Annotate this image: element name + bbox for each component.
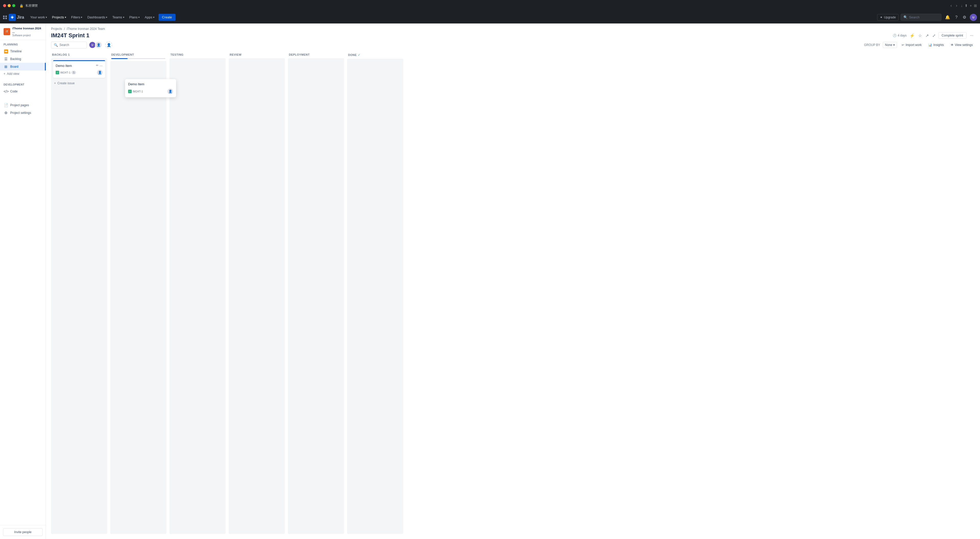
- page-title: IM24T Sprint 1: [51, 32, 89, 39]
- column-header-deployment: DEPLOYMENT: [288, 51, 344, 58]
- add-tab-button[interactable]: +: [970, 3, 972, 8]
- chevron-down-icon: ▾: [46, 16, 47, 19]
- settings-button[interactable]: ⚙: [961, 14, 968, 21]
- board-container: BACKLOG 1 Demo Item ✏ ···: [46, 51, 980, 539]
- nav-apps[interactable]: Apps ▾: [143, 14, 156, 21]
- search-icon: 🔍: [54, 43, 58, 47]
- sidebar-item-backlog[interactable]: ☰ Backlog: [0, 55, 46, 63]
- card-more-button[interactable]: ···: [100, 64, 103, 68]
- other-section: 📄 Project pages ⚙ Project settings: [0, 98, 46, 120]
- card-avatar: 👤: [97, 70, 103, 75]
- breadcrumb-project-link[interactable]: iThome Ironman 2024 Team: [67, 27, 105, 30]
- sidebar-add-view[interactable]: + Add view: [0, 70, 46, 77]
- nav-plans[interactable]: Plans ▾: [127, 14, 142, 21]
- board-search-input[interactable]: [59, 43, 84, 47]
- maximize-window-button[interactable]: [12, 4, 15, 7]
- clock-icon: 🕐: [893, 34, 897, 37]
- sidebar-item-code[interactable]: </> Code: [0, 88, 46, 95]
- minimize-window-button[interactable]: [8, 4, 11, 7]
- expand-button[interactable]: ⤢: [932, 32, 936, 39]
- chevron-down-icon: ▾: [106, 16, 107, 19]
- search-input[interactable]: [909, 15, 939, 19]
- development-section: DEVELOPMENT </> Code: [0, 80, 46, 98]
- plus-icon: +: [54, 81, 56, 85]
- column-header-done: DONE ✓: [347, 51, 403, 59]
- download-button[interactable]: ↓: [961, 3, 963, 8]
- app-logo: Jira: [3, 14, 24, 21]
- timeline-icon: ⏩: [3, 49, 8, 53]
- back-button[interactable]: ‹: [949, 3, 953, 8]
- sidebar-item-board[interactable]: ⊞ Board: [0, 63, 46, 70]
- backlog-card[interactable]: Demo Item ✏ ··· ✓ IM24T-1 5: [53, 60, 105, 78]
- sidebar-item-timeline[interactable]: ⏩ Timeline: [0, 48, 46, 55]
- help-button[interactable]: ?: [954, 14, 959, 21]
- card-footer: ✓ IM24T-1 5 👤: [56, 70, 103, 75]
- fullscreen-button[interactable]: ⊞: [974, 3, 977, 8]
- column-title-backlog: BACKLOG 1: [52, 53, 70, 56]
- floating-card[interactable]: Demo Item ✓ IM24T-1 👤: [125, 79, 176, 97]
- breadcrumb-projects-link[interactable]: Projects: [51, 27, 62, 30]
- sidebar-item-project-pages[interactable]: 📄 Project pages: [0, 101, 46, 109]
- column-body-development: [110, 61, 166, 534]
- backlog-icon: ☰: [3, 57, 8, 61]
- edit-icon: ✏: [96, 64, 99, 68]
- user-avatar-2[interactable]: 👤: [95, 41, 102, 48]
- column-title-testing: TESTING: [170, 53, 183, 56]
- add-person-button[interactable]: 👤: [105, 41, 112, 48]
- planning-label: PLANNING: [0, 43, 46, 48]
- close-window-button[interactable]: [3, 4, 6, 7]
- app-layout: iT iThome Ironman 2024 ... Software proj…: [0, 24, 980, 539]
- group-by-label: GROUP BY: [864, 43, 880, 47]
- nav-right-actions: ✦ Upgrade 🔍 🔔 ? ⚙ U: [877, 14, 977, 21]
- plus-icon: +: [3, 72, 5, 76]
- user-avatar[interactable]: U: [970, 14, 977, 21]
- search-box[interactable]: 🔍: [900, 14, 942, 21]
- star-button[interactable]: ☆: [918, 32, 923, 39]
- card-issue: ✓ IM24T-1 5: [56, 71, 76, 74]
- code-icon: </>: [3, 89, 8, 94]
- column-body-backlog: Demo Item ✏ ··· ✓ IM24T-1 5: [51, 58, 107, 534]
- done-check-icon: ✓: [358, 53, 360, 57]
- eye-icon: 👁: [951, 43, 954, 47]
- issue-icon: ✓: [56, 71, 59, 74]
- floating-card-issue: ✓ IM24T-1: [128, 89, 143, 93]
- column-header-backlog: BACKLOG 1: [51, 51, 107, 58]
- chevron-down-icon: ▾: [123, 16, 124, 19]
- complete-sprint-button[interactable]: Complete sprint: [939, 32, 966, 39]
- view-settings-button[interactable]: 👁 View settings: [948, 42, 975, 48]
- insights-button[interactable]: 📊 Insights: [926, 42, 946, 48]
- nav-teams[interactable]: Teams ▾: [110, 14, 126, 21]
- jira-name-label: Jira: [17, 15, 24, 20]
- create-issue-button[interactable]: + Create issue: [53, 80, 105, 86]
- chevron-down-icon: ▾: [81, 16, 82, 19]
- lightning-button[interactable]: ⚡: [909, 32, 915, 39]
- board-search-box[interactable]: 🔍: [51, 41, 87, 48]
- import-work-button[interactable]: ↩ Import work: [900, 42, 924, 48]
- pages-icon: 📄: [3, 103, 8, 107]
- nav-filters[interactable]: Filters ▾: [69, 14, 84, 21]
- column-deployment: DEPLOYMENT: [288, 51, 344, 534]
- main-content: Projects / iThome Ironman 2024 Team IM24…: [46, 24, 980, 539]
- sprint-time: 🕐 4 days: [893, 34, 907, 37]
- more-options-button[interactable]: ···: [969, 32, 975, 39]
- planning-section: PLANNING ⏩ Timeline ☰ Backlog ⊞ Board + …: [0, 40, 46, 80]
- create-button[interactable]: Create: [159, 14, 176, 21]
- group-by-select[interactable]: None ▾: [883, 42, 897, 48]
- share-button[interactable]: ↗: [924, 32, 929, 39]
- browser-topbar: 🔒 私密瀏覽 ‹ › ↓ ⬆ + ⊞: [0, 0, 980, 11]
- notifications-button[interactable]: 🔔: [943, 14, 952, 21]
- chevron-down-icon: ▾: [153, 16, 154, 19]
- nav-your-work[interactable]: Your work ▾: [28, 14, 49, 21]
- upgrade-button[interactable]: ✦ Upgrade: [877, 14, 899, 21]
- jira-logo[interactable]: Jira: [9, 14, 24, 21]
- sidebar-project-header[interactable]: iT iThome Ironman 2024 ... Software proj…: [0, 24, 46, 40]
- share-button[interactable]: ⬆: [965, 3, 968, 8]
- page-title-row: IM24T Sprint 1 🕐 4 days ⚡ ☆ ↗ ⤢ Complete…: [51, 32, 975, 39]
- nav-dashboards[interactable]: Dashboards ▾: [85, 14, 109, 21]
- traffic-lights: [3, 4, 15, 7]
- invite-people-button[interactable]: Invite people: [3, 528, 43, 536]
- forward-button[interactable]: ›: [954, 3, 959, 8]
- nav-projects[interactable]: Projects ▾: [50, 14, 68, 21]
- browser-navigation: ‹ ›: [949, 3, 959, 8]
- sidebar-item-project-settings[interactable]: ⚙ Project settings: [0, 109, 46, 117]
